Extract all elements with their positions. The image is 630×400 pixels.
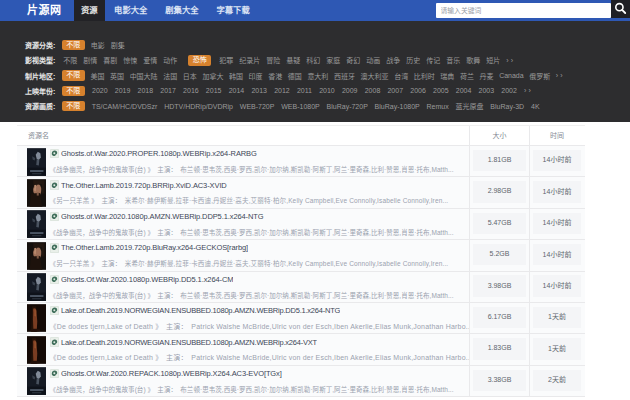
resource-title-link[interactable]: Ghosts.of.War.2020.1080p.AMZN.WEBRip.DDP…: [61, 212, 264, 221]
filter-expand-arrow[interactable]: ››: [506, 57, 515, 64]
filter-option[interactable]: 韩国: [229, 71, 243, 81]
filter-option[interactable]: 战争: [386, 55, 400, 65]
filter-option[interactable]: 2012: [274, 87, 290, 94]
filter-option[interactable]: 歌舞: [466, 55, 480, 65]
filter-option[interactable]: 蓝光原盘: [456, 101, 484, 111]
filter-option[interactable]: 2008: [365, 87, 381, 94]
filter-option[interactable]: WEB-1080P: [281, 103, 320, 110]
filter-option[interactable]: 比利时: [414, 71, 435, 81]
filter-option[interactable]: 意大利: [307, 71, 328, 81]
resource-title-link[interactable]: The.Other.Lamb.2019.720p.BRRip.XviD.AC3-…: [61, 181, 227, 190]
search-button[interactable]: [611, 0, 630, 18]
filter-option[interactable]: 2009: [342, 87, 358, 94]
filter-option[interactable]: 不限: [63, 55, 77, 65]
filter-option[interactable]: 丹麦: [480, 71, 494, 81]
filter-option[interactable]: 奇幻: [346, 55, 360, 65]
filter-option[interactable]: 2005: [433, 87, 449, 94]
filter-option[interactable]: 2004: [456, 87, 472, 94]
poster-thumbnail-other-lamb[interactable]: [27, 179, 47, 207]
filter-option[interactable]: 荷兰: [460, 71, 474, 81]
poster-thumbnail-ghosts-of-war[interactable]: [27, 273, 47, 301]
filter-option[interactable]: 动画: [366, 55, 380, 65]
resource-title-link[interactable]: Ghosts.Of.War.2020.1080p.WEBRip.DD5.1.x2…: [61, 275, 233, 284]
filter-option[interactable]: 电影: [91, 40, 105, 50]
filter-option[interactable]: 科幻: [306, 55, 320, 65]
filter-option[interactable]: 2007: [387, 87, 403, 94]
filter-option[interactable]: TS/CAM/HC/DVDSzr: [92, 103, 158, 110]
filter-option[interactable]: 动作: [163, 55, 177, 65]
filter-option[interactable]: 瑞典: [440, 71, 454, 81]
filter-option[interactable]: 纪录片: [239, 55, 260, 65]
filter-option[interactable]: 喜剧: [103, 55, 117, 65]
filter-option[interactable]: 2016: [183, 87, 199, 94]
filter-option[interactable]: 中国大陆: [130, 71, 158, 81]
filter-option[interactable]: BluRay-3D: [490, 103, 524, 110]
filter-option[interactable]: 2014: [229, 87, 245, 94]
resource-title-link[interactable]: Lake.of.Death.2019.NORWEGIAN.ENSUBBED.10…: [61, 306, 340, 315]
filter-option[interactable]: 剧集: [111, 40, 125, 50]
filter-option[interactable]: 4K: [531, 103, 540, 110]
filter-option[interactable]: HDTV/HDRip/DVDRip: [164, 103, 233, 110]
poster-thumbnail-lake-of-death[interactable]: [27, 336, 47, 364]
filter-option[interactable]: 台湾: [394, 71, 408, 81]
filter-option[interactable]: 西班牙: [334, 71, 355, 81]
filter-option[interactable]: 印度: [249, 71, 263, 81]
filter-option[interactable]: 不限: [62, 70, 85, 81]
site-logo[interactable]: 片源网: [0, 0, 74, 21]
filter-option[interactable]: Remux: [427, 103, 449, 110]
filter-option[interactable]: 2002: [501, 87, 517, 94]
nav-item-1[interactable]: 电影大全: [105, 0, 156, 21]
nav-item-2[interactable]: 剧集大全: [156, 0, 207, 21]
poster-thumbnail-other-lamb[interactable]: [27, 242, 47, 270]
filter-option[interactable]: 短片: [486, 55, 500, 65]
filter-option[interactable]: 音乐: [446, 55, 460, 65]
filter-option[interactable]: 法国: [163, 71, 177, 81]
filter-option[interactable]: BluRay-1080P: [375, 103, 420, 110]
poster-thumbnail-ghosts-of-war[interactable]: [27, 148, 47, 176]
filter-option[interactable]: 恐怖: [188, 55, 211, 66]
filter-option[interactable]: 英国: [110, 71, 124, 81]
filter-option[interactable]: 家庭: [326, 55, 340, 65]
filter-option[interactable]: 冒险: [266, 55, 280, 65]
filter-option[interactable]: 悬疑: [286, 55, 300, 65]
filter-expand-arrow[interactable]: ››: [556, 72, 565, 79]
filter-option[interactable]: 2015: [206, 87, 222, 94]
filter-option[interactable]: 澳大利亚: [361, 71, 389, 81]
filter-option[interactable]: 加拿大: [202, 71, 223, 81]
filter-option[interactable]: 爱情: [143, 55, 157, 65]
poster-thumbnail-ghosts-of-war[interactable]: [27, 367, 47, 395]
poster-thumbnail-ghosts-of-war[interactable]: [27, 210, 47, 238]
filter-option[interactable]: 2020: [92, 87, 108, 94]
filter-option[interactable]: 德国: [288, 71, 302, 81]
filter-option[interactable]: 不限: [62, 101, 85, 112]
poster-thumbnail-lake-of-death[interactable]: [27, 304, 47, 332]
search-input[interactable]: [436, 3, 611, 18]
filter-option[interactable]: 剧情: [83, 55, 97, 65]
filter-option[interactable]: 犯罪: [219, 55, 233, 65]
filter-option[interactable]: 香港: [268, 71, 282, 81]
filter-option[interactable]: 美国: [90, 71, 104, 81]
resource-title-link[interactable]: Lake.of.Death.2019.NORWEGIAN.ENSUBBED.10…: [61, 338, 317, 347]
filter-option[interactable]: 惊悚: [123, 55, 137, 65]
filter-option[interactable]: Canada: [499, 72, 524, 79]
filter-option[interactable]: 2003: [479, 87, 495, 94]
resource-title-link[interactable]: Ghosts.of.War.2020.PROPER.1080p.WEBRip.x…: [61, 149, 257, 158]
filter-option[interactable]: 2018: [138, 87, 154, 94]
nav-item-3[interactable]: 字幕下载: [208, 0, 259, 21]
filter-option[interactable]: 日本: [183, 71, 197, 81]
filter-option[interactable]: 传记: [426, 55, 440, 65]
nav-item-0[interactable]: 资源: [74, 0, 106, 21]
filter-option[interactable]: 2017: [160, 87, 176, 94]
filter-option[interactable]: 俄罗斯: [529, 71, 550, 81]
filter-option[interactable]: 不限: [62, 86, 85, 97]
filter-option[interactable]: 2013: [251, 87, 267, 94]
filter-option[interactable]: 2011: [297, 87, 312, 94]
filter-option[interactable]: 不限: [62, 40, 85, 51]
filter-option[interactable]: 历史: [406, 55, 420, 65]
filter-option[interactable]: BluRay-720P: [327, 103, 368, 110]
resource-title-link[interactable]: The.Other.Lamb.2019.720p.BluRay.x264-GEC…: [61, 243, 248, 252]
filter-option[interactable]: 2006: [410, 87, 426, 94]
filter-option[interactable]: 2010: [319, 87, 335, 94]
resource-title-link[interactable]: Ghosts.Of.War.2020.REPACK.1080p.WEBRip.X…: [61, 369, 282, 378]
filter-expand-arrow[interactable]: ››: [524, 87, 533, 94]
